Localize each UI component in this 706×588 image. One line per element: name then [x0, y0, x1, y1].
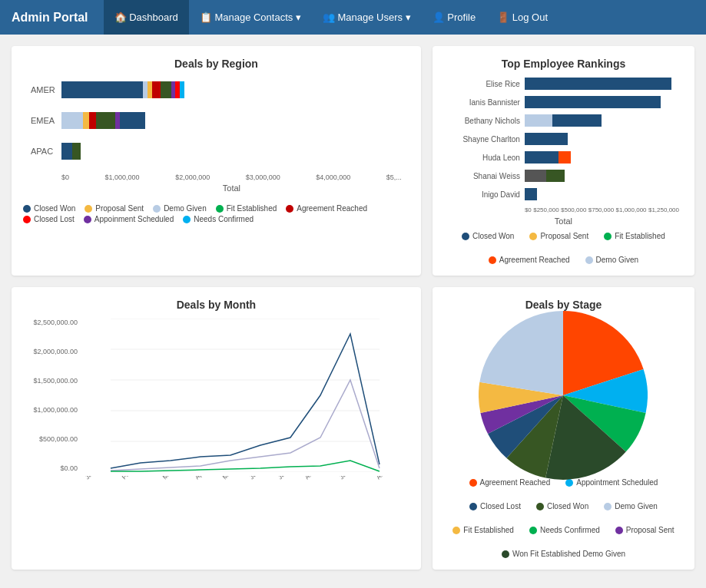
nav-brand: Admin Portal [12, 11, 88, 25]
top-employee-card: Top Employee Rankings Elise Rice Ianis B… [433, 46, 694, 276]
emp-bar-shayne [525, 133, 679, 145]
emp-row-huda: Huda Leon [448, 151, 679, 164]
emp-name-elise: Elise Rice [448, 80, 525, 88]
stage-legend-closed-won: Closed Won [536, 502, 588, 510]
emp-legend-closed-won: Closed Won [462, 232, 514, 240]
month-x-axis: January 2019 February 2019 March 2019 Ap… [81, 476, 409, 483]
nav-profile[interactable]: 👤 Profile [422, 0, 486, 35]
emp-bar-elise [525, 78, 679, 90]
legend-closed-lost: Closed Lost [23, 215, 75, 223]
legend-proposal-sent: Proposal Sent [85, 204, 144, 213]
employee-chart: Elise Rice Ianis Bannister Bethany Nicho… [444, 78, 683, 226]
stage-legend-closed-lost: Closed Lost [469, 502, 521, 510]
stage-legend-demo-given: Demo Given [604, 502, 658, 510]
emp-bar-bethany [525, 114, 679, 127]
emp-bar-ianis [525, 96, 679, 108]
deals-by-month-title: Deals by Month [23, 299, 409, 311]
legend-closed-won: Closed Won [23, 204, 75, 213]
pie-chart-wrap [444, 319, 683, 472]
emp-legend-proposal-sent: Proposal Sent [529, 232, 588, 240]
region-label-emea: EMEA [31, 116, 61, 125]
region-label-apac: APAC [31, 147, 61, 156]
deals-by-region-card: Deals by Region AMER EMEA [12, 46, 421, 276]
emp-legend-agreement-reached: Agreement Reached [489, 256, 570, 264]
region-row-amer: AMER [31, 81, 402, 98]
region-x-axis: $0 $1,000,000 $2,000,000 $3,000,000 $4,0… [31, 173, 402, 181]
main-content: Deals by Region AMER EMEA [0, 35, 706, 581]
emp-row-inigo: Inigo David [448, 188, 679, 200]
nav-manage-contacts[interactable]: 📋 Manage Contacts ▾ [189, 0, 312, 35]
emp-name-shayne: Shayne Charlton [448, 135, 525, 144]
stage-legend-proposal-sent: Proposal Sent [615, 526, 675, 534]
top-employee-title: Top Employee Rankings [444, 58, 683, 70]
emp-x-axis: $0 $250,000 $500,000 $750,000 $1,000,000… [448, 206, 679, 213]
emp-legend-fit-established: Fit Established [604, 232, 665, 240]
emp-bar-shanai [525, 170, 679, 182]
emp-bar-huda [525, 151, 679, 164]
emp-name-huda: Huda Leon [448, 154, 525, 162]
emp-row-shayne: Shayne Charlton [448, 133, 679, 145]
legend-fit-established: Fit Established [216, 204, 277, 213]
emp-x-label: Total [448, 216, 679, 226]
legend-needs-confirmed: Needs Confirmed [183, 215, 254, 223]
month-chart-area: January 2019 February 2019 March 2019 Ap… [81, 319, 409, 472]
deals-by-region-title: Deals by Region [23, 58, 409, 70]
region-row-apac: APAC [31, 143, 402, 160]
emp-bar-inigo [525, 188, 679, 200]
navbar: Admin Portal 🏠 Dashboard 📋 Manage Contac… [0, 0, 706, 35]
month-y-axis: $2,500,000.00 $2,000,000.00 $1,500,000.0… [23, 319, 81, 472]
stage-legend: Agreement Reached Appointment Scheduled … [444, 478, 683, 558]
legend-demo-given: Demo Given [153, 204, 207, 213]
nav-logout[interactable]: 🚪 Log Out [486, 0, 559, 35]
region-label-amer: AMER [31, 85, 61, 94]
region-bar-apac [61, 143, 277, 160]
emp-legend-demo-given: Demo Given [585, 256, 639, 264]
emp-name-inigo: Inigo David [448, 190, 525, 199]
emp-row-bethany: Bethany Nichols [448, 114, 679, 127]
pie-chart-svg [479, 311, 648, 480]
emp-row-shanai: Shanai Weiss [448, 170, 679, 182]
stage-legend-fit-established: Fit Established [452, 526, 514, 534]
legend-agreement-reached: Agreement Reached [286, 204, 367, 213]
stage-legend-won-fit-demo: Won Fit Established Demo Given [502, 550, 625, 558]
emp-row-ianis: Ianis Bannister [448, 96, 679, 108]
emp-name-shanai: Shanai Weiss [448, 172, 525, 180]
emp-name-ianis: Ianis Bannister [448, 98, 525, 107]
deals-by-stage-card: Deals by Stage [433, 287, 694, 570]
emp-legend: Closed Won Proposal Sent Fit Established… [444, 232, 683, 264]
deals-by-month-card: Deals by Month $2,500,000.00 $2,000,000.… [12, 287, 421, 570]
month-line-svg [81, 319, 409, 472]
region-bar-amer [61, 81, 277, 98]
region-bar-emea [61, 112, 277, 129]
region-x-label: Total [31, 183, 402, 193]
emp-name-bethany: Bethany Nichols [448, 117, 525, 125]
nav-manage-users[interactable]: 👥 Manage Users ▾ [312, 0, 422, 35]
region-chart: AMER EMEA [23, 78, 409, 197]
emp-row-elise: Elise Rice [448, 78, 679, 90]
region-legend: Closed Won Proposal Sent Demo Given Fit … [23, 204, 409, 223]
deals-by-stage-title: Deals by Stage [444, 299, 683, 311]
legend-appointment-scheduled: Appoinment Scheduled [84, 215, 174, 223]
stage-legend-needs-confirmed: Needs Confirmed [529, 526, 600, 534]
nav-dashboard[interactable]: 🏠 Dashboard [104, 0, 189, 35]
region-row-emea: EMEA [31, 112, 402, 129]
